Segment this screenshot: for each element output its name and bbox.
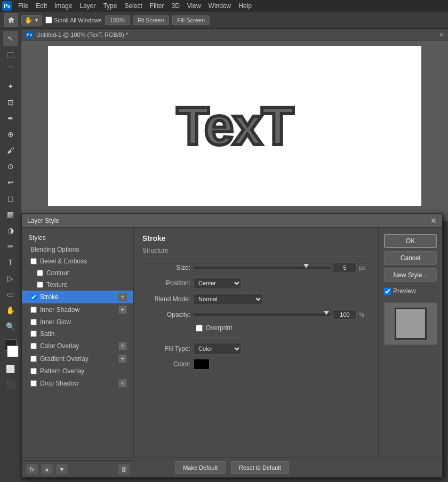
- menu-edit[interactable]: Edit: [33, 1, 50, 11]
- tool-gradient[interactable]: ▦: [3, 207, 18, 222]
- stroke-checkbox[interactable]: [30, 294, 37, 300]
- inner-shadow-add-button[interactable]: +: [118, 306, 127, 314]
- new-style-button[interactable]: New Style...: [384, 268, 437, 282]
- style-pattern-overlay[interactable]: Pattern Overlay: [22, 365, 133, 377]
- tool-pen[interactable]: ✏: [3, 239, 18, 254]
- contour-label: Contour: [46, 269, 69, 277]
- stroke-label: Stroke: [40, 293, 59, 301]
- tool-path-selection[interactable]: ▷: [3, 271, 18, 286]
- reset-to-default-button[interactable]: Reset to Default: [231, 461, 289, 474]
- tool-zoom[interactable]: 🔍: [3, 319, 18, 334]
- menu-help[interactable]: Help: [235, 1, 255, 11]
- color-overlay-checkbox[interactable]: [30, 343, 37, 349]
- menu-type[interactable]: Type: [100, 1, 120, 11]
- drop-shadow-checkbox[interactable]: [30, 380, 37, 387]
- size-input[interactable]: [333, 262, 357, 273]
- blending-options-item[interactable]: Blending Options: [22, 244, 133, 255]
- gradient-overlay-add-button[interactable]: +: [118, 355, 127, 363]
- fill-screen-button[interactable]: Fill Screen: [172, 15, 210, 25]
- position-select[interactable]: Center Outside Inside: [194, 277, 242, 289]
- doc-close-button[interactable]: ✕: [439, 31, 444, 38]
- scroll-all-windows-checkbox[interactable]: [45, 17, 52, 23]
- style-gradient-overlay[interactable]: Gradient Overlay +: [22, 352, 133, 365]
- gradient-overlay-checkbox[interactable]: [30, 356, 37, 362]
- cancel-button[interactable]: Cancel: [384, 251, 437, 265]
- size-slider-track[interactable]: [194, 267, 331, 269]
- style-inner-glow[interactable]: Inner Glow: [22, 316, 133, 328]
- doc-ps-icon: Ps: [26, 31, 33, 38]
- style-contour[interactable]: Contour: [22, 267, 133, 279]
- style-color-overlay[interactable]: Color Overlay +: [22, 340, 133, 352]
- tool-shape[interactable]: ▭: [3, 287, 18, 302]
- tool-dodge[interactable]: ◑: [3, 223, 18, 238]
- tool-magic-wand[interactable]: ✦: [3, 79, 18, 94]
- inner-glow-checkbox[interactable]: [30, 319, 37, 325]
- fit-screen-button[interactable]: Fit Screen: [133, 15, 169, 25]
- overprint-row: Overprint: [142, 324, 370, 332]
- divider: [142, 337, 370, 338]
- menu-image[interactable]: Image: [51, 1, 75, 11]
- size-slider-thumb[interactable]: [303, 264, 309, 268]
- tool-eraser[interactable]: ◻: [3, 191, 18, 206]
- dialog-close-button[interactable]: ✕: [430, 216, 437, 225]
- overprint-label: Overprint: [206, 324, 232, 332]
- overprint-checkbox[interactable]: [196, 325, 203, 332]
- ok-button[interactable]: OK: [384, 234, 437, 248]
- background-color[interactable]: [7, 346, 19, 357]
- color-overlay-add-button[interactable]: +: [118, 342, 127, 350]
- fill-type-select[interactable]: Color Gradient Pattern: [194, 343, 242, 355]
- style-texture[interactable]: Texture: [22, 279, 133, 291]
- style-satin[interactable]: Satin: [22, 328, 133, 340]
- zoom-level-button[interactable]: 100%: [105, 15, 130, 25]
- fill-type-row: Fill Type: Color Gradient Pattern: [142, 343, 370, 355]
- opacity-input[interactable]: [333, 309, 357, 320]
- tool-clone[interactable]: ⊙: [3, 159, 18, 174]
- tool-move[interactable]: ↖: [3, 31, 18, 46]
- menu-select[interactable]: Select: [121, 1, 145, 11]
- hand-tool[interactable]: ✋ ▼: [21, 15, 42, 26]
- menu-window[interactable]: Window: [205, 1, 235, 11]
- tool-brush[interactable]: 🖌: [3, 143, 18, 158]
- opacity-slider-track[interactable]: [194, 314, 331, 316]
- delete-style-button[interactable]: 🗑: [118, 464, 130, 475]
- menu-view[interactable]: View: [184, 1, 204, 11]
- inner-shadow-checkbox[interactable]: [30, 307, 37, 313]
- dialog-title-text: Layer Style: [27, 217, 59, 224]
- style-bevel-emboss[interactable]: Bevel & Emboss: [22, 255, 133, 267]
- tool-hand[interactable]: ✋: [3, 303, 18, 318]
- tool-spot-healing[interactable]: ⊕: [3, 127, 18, 142]
- tool-lasso[interactable]: ⌒: [3, 63, 18, 78]
- stroke-add-button[interactable]: +: [118, 293, 127, 301]
- satin-checkbox[interactable]: [30, 331, 37, 337]
- make-default-button[interactable]: Make Default: [175, 461, 226, 474]
- fx-button[interactable]: fx: [26, 464, 38, 475]
- move-down-button[interactable]: ▼: [56, 464, 68, 475]
- style-drop-shadow[interactable]: Drop Shadow +: [22, 377, 133, 390]
- tool-marquee[interactable]: ⬚: [3, 47, 18, 62]
- blend-mode-select[interactable]: Normal Dissolve Multiply Screen: [194, 293, 263, 305]
- texture-checkbox[interactable]: [37, 282, 43, 288]
- opacity-slider-thumb[interactable]: [324, 311, 329, 315]
- home-button[interactable]: [4, 13, 18, 27]
- tool-eyedropper[interactable]: ✒: [3, 111, 18, 126]
- pattern-overlay-checkbox[interactable]: [30, 368, 37, 374]
- tool-quick-mask[interactable]: ⬜: [3, 362, 18, 376]
- style-stroke[interactable]: Stroke +: [22, 291, 133, 303]
- move-up-button[interactable]: ▲: [41, 464, 53, 475]
- menu-filter[interactable]: Filter: [147, 1, 167, 11]
- preview-checkbox[interactable]: [384, 288, 391, 295]
- menu-layer[interactable]: Layer: [76, 1, 99, 11]
- drop-shadow-add-button[interactable]: +: [118, 379, 127, 388]
- contour-checkbox[interactable]: [37, 270, 43, 276]
- menu-file[interactable]: File: [15, 1, 31, 11]
- color-swatch[interactable]: [194, 359, 210, 369]
- left-toolbar: ↖ ⬚ ⌒ ✦ ⊡ ✒ ⊕ 🖌 ⊙ ↩ ◻ ▦ ◑ ✏ T ▷ ▭ ✋ 🔍 ⬜ …: [0, 29, 21, 482]
- bevel-emboss-checkbox[interactable]: [30, 258, 37, 264]
- tool-history-brush[interactable]: ↩: [3, 175, 18, 190]
- scroll-all-windows-label: Scroll All Windows: [45, 17, 102, 23]
- style-inner-shadow[interactable]: Inner Shadow +: [22, 303, 133, 316]
- tool-type[interactable]: T: [3, 255, 18, 270]
- tool-screen-mode[interactable]: ⬛: [3, 377, 18, 392]
- tool-crop[interactable]: ⊡: [3, 95, 18, 110]
- menu-3d[interactable]: 3D: [168, 1, 182, 11]
